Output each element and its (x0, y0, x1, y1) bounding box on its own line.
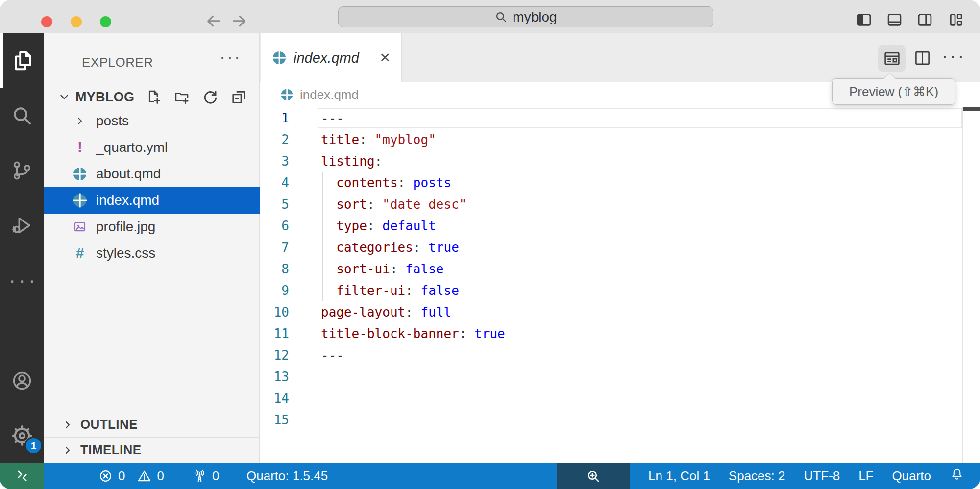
line-number: 6 (260, 215, 289, 237)
preview-icon (883, 49, 901, 68)
editor-more-actions-icon[interactable]: ··· (942, 46, 966, 67)
code-line: 14 (260, 388, 980, 409)
overview-ruler (962, 107, 963, 463)
quarto-version-status-item[interactable]: Quarto: 1.5.45 (246, 463, 328, 489)
tab-index-qmd[interactable]: index.qmd ✕ (261, 33, 402, 82)
git-branch-icon (11, 159, 33, 182)
code-line: 6 type: default (260, 215, 980, 237)
notifications-bell-icon[interactable] (950, 467, 964, 485)
file-row-quarto-yml[interactable]: ! _quarto.yml (44, 134, 260, 161)
timeline-section-header[interactable]: TIMELINE (44, 437, 260, 463)
code-line: 9 filter-ui: false (260, 280, 980, 301)
eol-item[interactable]: LF (858, 468, 873, 484)
quarto-file-icon (73, 167, 87, 181)
toggle-secondary-sidebar-icon[interactable] (916, 11, 933, 28)
settings-gear-icon[interactable]: 1 (0, 408, 44, 463)
customize-layout-icon[interactable] (947, 11, 964, 28)
collapse-folders-icon[interactable] (230, 89, 247, 105)
code-line: 13 (260, 366, 980, 388)
file-row-styles-css[interactable]: # styles.css (44, 240, 260, 267)
status-bar-right: Ln 1, Col 1 Spaces: 2 UTF-8 LF Quarto (557, 463, 980, 489)
code-line: 8 sort-ui: false (260, 258, 980, 280)
code-line: 12 --- (260, 344, 980, 366)
search-text: myblog (513, 9, 557, 25)
line-number: 8 (260, 258, 289, 280)
line-number: 12 (260, 344, 289, 366)
line-number: 9 (260, 280, 289, 301)
quarto-file-icon (280, 88, 294, 101)
file-row-posts[interactable]: posts (44, 108, 260, 134)
tab-label: index.qmd (294, 50, 359, 66)
scrollbar-thumb[interactable] (963, 107, 980, 111)
file-tree: posts ! _quarto.yml about.qmd index.qmd … (44, 108, 260, 267)
error-icon (98, 468, 113, 484)
language-mode-item[interactable]: Quarto (892, 468, 931, 484)
file-row-index-qmd[interactable]: index.qmd (44, 187, 260, 214)
explorer-more-actions-icon[interactable]: ··· (220, 47, 242, 68)
workspace-section-header[interactable]: MYBLOG (44, 86, 260, 108)
accounts-icon[interactable] (0, 353, 44, 408)
quarto-file-icon (272, 50, 287, 65)
code-line: 2 title: "myblog" (260, 129, 980, 150)
line-number: 5 (260, 194, 289, 215)
code-editor[interactable]: 1 --- 2 title: "myblog" 3 listing: 4 con… (260, 107, 980, 463)
chevron-right-icon (62, 419, 74, 431)
run-debug-activity-icon[interactable] (0, 198, 44, 253)
line-number: 13 (260, 366, 289, 388)
warning-count: 0 (157, 468, 164, 484)
toggle-panel-icon[interactable] (886, 11, 903, 28)
preview-tooltip: Preview (⇧⌘K) (832, 78, 956, 105)
files-icon (11, 49, 33, 72)
search-activity-icon[interactable] (0, 88, 44, 143)
refresh-icon[interactable] (202, 89, 219, 105)
account-icon (11, 369, 33, 392)
encoding-item[interactable]: UTF-8 (804, 468, 840, 484)
chevron-right-icon (74, 115, 86, 127)
quarto-file-icon (73, 193, 87, 208)
back-arrow-icon[interactable] (205, 12, 222, 30)
explorer-activity-icon[interactable] (0, 33, 44, 88)
explorer-sidebar: EXPLORER ··· MYBLOG posts ! _quarto (44, 33, 260, 463)
status-bar: 0 0 0 Quarto: 1.5.45 Ln 1, Col 1 Spaces:… (0, 463, 980, 489)
code-line: 1 --- (260, 107, 980, 129)
titlebar: myblog (0, 0, 980, 33)
code-line: 15 (260, 409, 980, 431)
problems-status-item[interactable]: 0 0 (98, 463, 164, 489)
ports-status-item[interactable]: 0 (192, 463, 219, 489)
preview-button[interactable] (878, 45, 906, 72)
remote-icon (16, 469, 29, 483)
toggle-primary-sidebar-icon[interactable] (856, 11, 873, 28)
activity-bar: ··· 1 (0, 33, 44, 463)
zoom-window-button[interactable] (100, 16, 111, 27)
file-row-profile-jpg[interactable]: profile.jpg (44, 214, 260, 240)
breadcrumb-item: index.qmd (300, 87, 359, 102)
new-file-icon[interactable] (145, 89, 162, 105)
code-line: 4 contents: posts (260, 172, 980, 194)
vscode-window: myblog ··· (0, 0, 980, 489)
error-count: 0 (118, 468, 125, 484)
command-center-search[interactable]: myblog (338, 6, 713, 27)
yaml-file-icon: ! (77, 139, 82, 156)
forward-arrow-icon[interactable] (230, 12, 248, 30)
code-line: 11 title-block-banner: true (260, 323, 980, 344)
workspace-name: MYBLOG (75, 90, 134, 105)
source-control-activity-icon[interactable] (0, 143, 44, 198)
code-line: 5 sort: "date desc" (260, 194, 980, 215)
outline-section-header[interactable]: OUTLINE (44, 412, 260, 437)
close-tab-icon[interactable]: ✕ (379, 50, 391, 66)
minimize-window-button[interactable] (71, 16, 82, 27)
zoom-status-item[interactable] (557, 463, 630, 489)
indentation-item[interactable]: Spaces: 2 (729, 468, 785, 484)
cursor-position-item[interactable]: Ln 1, Col 1 (648, 468, 710, 484)
more-views-icon[interactable]: ··· (0, 253, 44, 308)
close-window-button[interactable] (41, 16, 52, 27)
new-folder-icon[interactable] (173, 89, 190, 105)
radio-tower-icon (192, 468, 207, 484)
line-number: 10 (260, 301, 289, 323)
code-line: 3 listing: (260, 150, 980, 172)
settings-badge: 1 (24, 437, 43, 455)
remote-indicator[interactable] (0, 463, 44, 489)
image-file-icon (73, 220, 87, 234)
split-editor-icon[interactable] (913, 49, 931, 67)
file-row-about-qmd[interactable]: about.qmd (44, 161, 260, 187)
